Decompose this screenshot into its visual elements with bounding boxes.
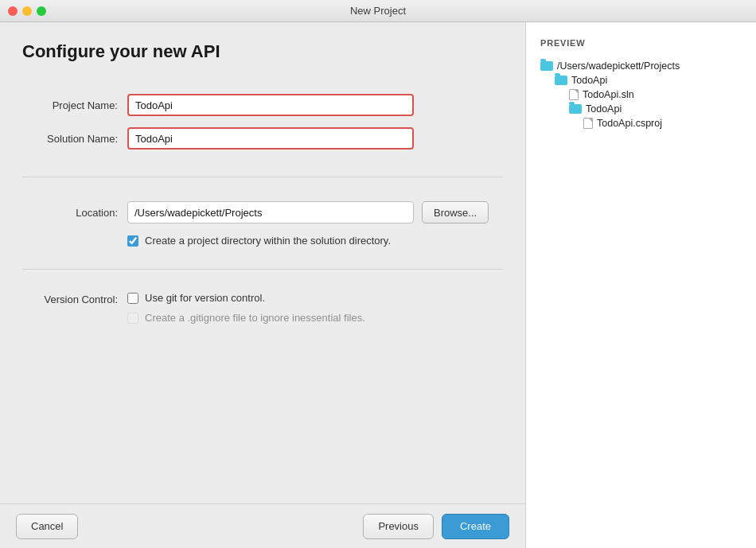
tree-item-label: TodoApi.csproj [597,118,662,129]
title-bar: New Project [0,0,756,22]
location-input[interactable] [127,201,414,223]
names-section: Project Name: Solution Name: [22,86,503,177]
page-title: Configure your new API [0,22,525,78]
minimize-button[interactable] [22,6,32,16]
tree-item-label: TodoApi [571,75,607,86]
list-item: /Users/wadepickett/Projects [540,59,742,73]
create-directory-label: Create a project directory within the so… [145,235,391,247]
folder-icon [569,104,582,114]
solution-name-label: Solution Name: [22,133,118,145]
create-button[interactable]: Create [442,514,509,539]
file-icon [569,89,579,100]
cancel-button[interactable]: Cancel [16,514,78,539]
project-name-row: Project Name: [22,94,503,116]
create-directory-checkbox[interactable] [127,235,138,247]
left-panel: Configure your new API Project Name: Sol… [0,22,525,548]
gitignore-row: Create a .gitignore file to ignore iness… [127,312,365,324]
tree-item-label: /Users/wadepickett/Projects [557,60,680,72]
gitignore-checkbox[interactable] [127,313,138,324]
tree-item-label: TodoApi.sln [583,89,634,100]
version-control-section: Version Control: Use git for version con… [22,269,503,348]
list-item: TodoApi [540,73,742,87]
close-button[interactable] [8,6,18,16]
maximize-button[interactable] [37,6,46,16]
project-name-label: Project Name: [22,99,118,111]
version-control-label: Version Control: [22,292,118,305]
preview-title: PREVIEW [540,38,742,48]
folder-icon [540,61,553,71]
bottom-bar: Cancel Previous Create [0,503,525,548]
location-row: Location: Browse... [22,201,503,223]
folder-icon [555,76,567,85]
previous-button[interactable]: Previous [363,514,434,539]
solution-name-row: Solution Name: [22,127,503,150]
window-title: New Project [350,5,406,17]
window-controls[interactable] [8,6,46,16]
file-tree: /Users/wadepickett/ProjectsTodoApiTodoAp… [540,59,742,130]
main-container: Configure your new API Project Name: Sol… [0,22,756,548]
tree-item-label: TodoApi [586,103,622,115]
location-label: Location: [22,207,118,219]
file-icon [583,118,593,129]
use-git-label: Use git for version control. [145,292,265,304]
version-control-row: Version Control: Use git for version con… [22,292,503,324]
create-directory-row: Create a project directory within the so… [127,235,503,247]
project-name-input[interactable] [127,94,414,116]
use-git-checkbox[interactable] [127,293,138,304]
list-item: TodoApi [540,102,742,116]
location-section: Location: Browse... Create a project dir… [22,177,503,269]
list-item: TodoApi.sln [540,87,742,102]
use-git-row: Use git for version control. [127,292,365,304]
version-options: Use git for version control. Create a .g… [127,292,365,324]
form-area: Project Name: Solution Name: Location: B… [0,78,525,503]
list-item: TodoApi.csproj [540,116,742,130]
right-buttons: Previous Create [363,514,509,539]
gitignore-label: Create a .gitignore file to ignore iness… [145,312,365,324]
browse-button[interactable]: Browse... [422,201,489,223]
solution-name-input[interactable] [127,127,414,150]
preview-panel: PREVIEW /Users/wadepickett/ProjectsTodoA… [525,22,756,548]
